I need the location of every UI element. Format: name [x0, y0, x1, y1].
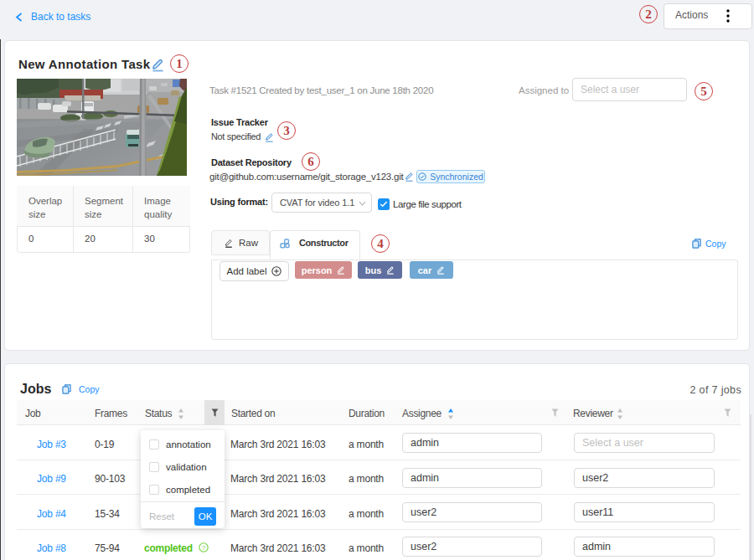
svg-text:?: ?: [202, 544, 206, 552]
